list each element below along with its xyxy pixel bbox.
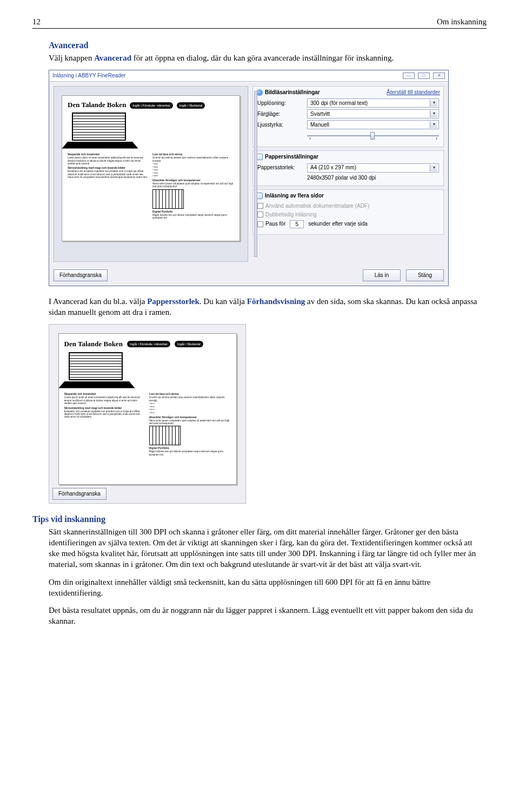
pause-checkbox[interactable]	[257, 221, 263, 227]
thumb-mini-image	[152, 189, 184, 209]
preview-pane: Den Talande Boken Ingår i Förskole- nätv…	[54, 86, 248, 262]
thumb-pill-1: Ingår i Förskole- nätverket	[130, 102, 173, 109]
paper-size-label: Pappersstorlek:	[257, 164, 304, 171]
chevron-down-icon: ▾	[430, 100, 437, 107]
resolution-combo[interactable]: 300 dpi (för normal text)▾	[307, 98, 439, 108]
page-thumbnail[interactable]: Den Talande Boken Ingår i Förskole- nätv…	[62, 95, 240, 241]
keyword-pappersstorlek: Pappersstorlek	[147, 297, 199, 306]
tips-paragraph-2: Om din originaltext innehåller väldigt s…	[49, 577, 481, 599]
brightness-combo[interactable]: Manuell▾	[307, 120, 439, 129]
group-multi-page: Inläsning av flera sidor Använd automati…	[252, 189, 444, 235]
tips-paragraph-3: Det bästa resultatet uppnås, om du är no…	[49, 605, 481, 627]
adf-checkbox	[257, 203, 263, 209]
brightness-label: Ljusstyrka:	[257, 121, 304, 129]
paper-size-combo[interactable]: A4 (210 x 297 mm)▾	[307, 163, 439, 173]
brightness-slider[interactable]	[307, 131, 439, 141]
chevron-down-icon: ▾	[430, 121, 437, 128]
color-mode-combo[interactable]: Svartvitt▾	[307, 109, 439, 118]
close-button[interactable]: Stäng	[406, 269, 444, 281]
pause-seconds-input[interactable]: 5	[290, 220, 304, 228]
page-header: 12 Om inskanning	[32, 16, 487, 29]
avancerad-paragraph: Välj knappen Avancerad för att öppna en …	[49, 52, 481, 63]
scan-button[interactable]: Läs in	[363, 269, 401, 281]
group-image-reader-settings: Bildläsarinställningar Återställ till st…	[252, 86, 444, 148]
mid-paragraph: I Avancerad kan du bl.a. välja Pappersst…	[49, 296, 481, 318]
pixel-note: 2480x3507 pixlar vid 300 dpi	[307, 174, 439, 182]
color-mode-label: Färgläge:	[257, 110, 304, 118]
page-thumbnail-2[interactable]: Den Talande Boken Ingår i Förskole- nätv…	[58, 333, 237, 485]
page-number: 12	[32, 16, 41, 27]
chevron-down-icon: ▾	[430, 164, 437, 171]
preview-button-2[interactable]: Förhandsgranska	[52, 488, 107, 500]
minimize-icon[interactable]: —	[403, 72, 415, 79]
keyword-avancerad: Avancerad	[94, 54, 131, 62]
preview-scrollbar[interactable]	[254, 91, 257, 257]
page-title: Om inskanning	[437, 16, 487, 27]
group-paper-settings: Pappersinställningar Pappersstorlek: A4 …	[252, 150, 444, 186]
section-heading-avancerad: Avancerad	[49, 39, 481, 51]
preview-button[interactable]: Förhandsgranska	[54, 269, 108, 281]
dialog-title: Inläsning i ABBYY FineReader	[52, 72, 125, 80]
duplex-checkbox	[257, 212, 263, 217]
keyword-forhandsvisning: Förhandsvisning	[247, 297, 305, 306]
dialog-titlebar: Inläsning i ABBYY FineReader — □ ✕	[49, 70, 448, 82]
duplex-checkbox-row: Dubbelsidig inläsning	[257, 211, 439, 219]
section-heading-tips: Tips vid inskanning	[32, 513, 487, 525]
maximize-icon[interactable]: □	[418, 72, 430, 79]
resolution-label: Upplösning:	[257, 100, 304, 107]
thumb-title: Den Talande Boken	[68, 101, 126, 109]
laptop-graphic	[68, 113, 132, 149]
reset-to-defaults-link[interactable]: Återställ till standarder	[387, 89, 440, 96]
settings-pane: Bildläsarinställningar Återställ till st…	[252, 86, 444, 262]
close-icon[interactable]: ✕	[433, 72, 445, 79]
tips-paragraph-1: Sätt skannerinställnigen till 300 DPI oc…	[49, 526, 481, 570]
laptop-graphic-2	[64, 352, 129, 389]
thumb-pill-2: Ingår i Skolavtal	[177, 102, 205, 109]
scan-dialog-window: Inläsning i ABBYY FineReader — □ ✕ Den T…	[49, 70, 449, 286]
pause-checkbox-row[interactable]: Paus för 5 sekunder efter varje sida	[257, 220, 439, 228]
chevron-down-icon: ▾	[430, 110, 437, 117]
adf-checkbox-row: Använd automatisk dokumentmatare (ADF)	[257, 202, 439, 210]
preview-only-window: Den Talande Boken Ingår i Förskole- nätv…	[49, 324, 246, 504]
